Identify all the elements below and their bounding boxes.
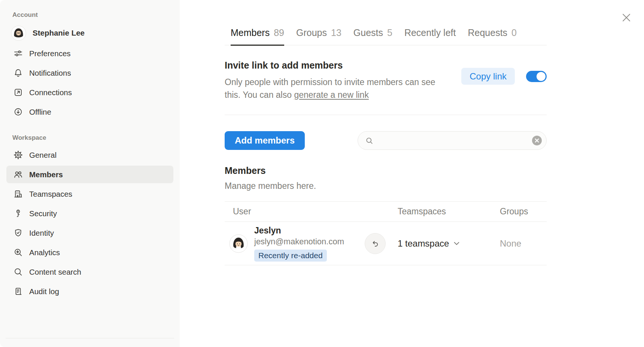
workspace-nav: General Members Teamspaces Security [6,146,173,300]
tab-label: Recently left [404,27,456,38]
download-circle-icon [12,106,24,118]
sidebar-item-label: General [29,151,57,160]
members-content: Members 89 Groups 13 Guests 5 Recently l… [225,0,547,265]
column-teamspaces: Teamspaces [398,206,500,217]
invite-link-toggle[interactable] [526,71,547,82]
sidebar-item-identity[interactable]: Identity [6,224,173,242]
scroll-icon [12,286,24,297]
tab-count: 13 [331,27,341,38]
toggle-knob [537,72,546,81]
members-subtitle: Manage members here. [225,181,547,191]
sidebar-item-preferences[interactable]: Preferences [6,45,173,62]
settings-dialog: Account Stephanie Lee Preferences [0,0,644,347]
teamspaces-dropdown[interactable]: 1 teamspace [398,238,500,249]
tab-label: Groups [296,27,327,38]
search-icon [365,136,374,145]
undo-icon [370,239,380,248]
sidebar-item-label: Members [29,170,63,179]
tab-count: 89 [274,27,284,38]
column-groups: Groups [500,206,547,217]
sidebar-item-members[interactable]: Members [6,166,173,183]
undo-button[interactable] [365,233,386,254]
status-badge: Recently re-added [254,250,327,262]
sidebar-item-label: Preferences [29,49,71,58]
member-email: jeslyn@makenotion.com [254,237,344,247]
sidebar-item-label: Notifications [29,69,71,78]
member-search[interactable] [358,131,547,150]
sidebar-item-label: Teamspaces [29,190,72,199]
sidebar-item-connections[interactable]: Connections [6,84,173,101]
section-divider [225,115,547,115]
tab-label: Members [231,27,270,38]
sidebar-item-label: Connections [29,88,72,97]
workspace-section-label: Workspace [12,134,173,142]
clear-circle-icon [532,135,542,146]
sidebar-item-label: Identity [29,229,54,238]
account-nav: Stephanie Lee Preferences Notifications … [6,23,173,121]
tab-groups[interactable]: Groups 13 [296,27,341,46]
user-cell: Jeslyn jeslyn@makenotion.com Recently re… [229,226,398,262]
sidebar-item-label: Stephanie Lee [33,28,85,37]
sidebar-item-label: Security [29,209,57,218]
sidebar-item-analytics[interactable]: Analytics [6,244,173,261]
sidebar-item-label: Offline [29,108,51,117]
people-icon [12,169,24,180]
user-info: Jeslyn jeslyn@makenotion.com Recently re… [254,226,344,262]
generate-new-link[interactable]: generate a new link [294,90,368,100]
search-input[interactable] [379,135,527,146]
tab-label: Guests [353,27,383,38]
sidebar-item-general[interactable]: General [6,146,173,164]
settings-sidebar: Account Stephanie Lee Preferences [0,0,180,347]
close-button[interactable] [621,12,632,23]
tab-members[interactable]: Members 89 [231,27,284,46]
sidebar-item-notifications[interactable]: Notifications [6,64,173,82]
tab-bar: Members 89 Groups 13 Guests 5 Recently l… [225,27,547,45]
stephanie-avatar [11,25,26,41]
member-row: Jeslyn jeslyn@makenotion.com Recently re… [225,222,547,265]
close-icon [622,13,631,22]
members-heading: Members [225,165,547,176]
sidebar-item-teamspaces[interactable]: Teamspaces [6,185,173,203]
sidebar-item-label: Analytics [29,248,60,257]
jeslyn-avatar [229,234,248,253]
members-actions-row: Add members [225,131,547,150]
members-table-header: User Teamspaces Groups [225,201,547,222]
gear-icon [12,150,24,161]
members-table: User Teamspaces Groups [225,201,547,265]
chevron-down-icon [454,242,459,245]
invite-link-actions: Copy link [461,68,547,85]
add-members-button[interactable]: Add members [225,131,305,150]
sidebar-item-offline[interactable]: Offline [6,103,173,121]
sidebar-item-audit-log[interactable]: Audit log [6,283,173,300]
bell-icon [12,67,24,79]
member-name: Jeslyn [254,226,344,236]
building-icon [12,188,24,200]
column-user: User [233,206,398,217]
tab-recently-left[interactable]: Recently left [404,27,456,46]
account-section-label: Account [12,11,173,19]
sidebar-item-security[interactable]: Security [6,205,173,222]
invite-link-description: Only people with permission to invite me… [225,76,440,101]
members-settings-panel: Members 89 Groups 13 Guests 5 Recently l… [180,0,644,347]
sidebar-item-label: Content search [29,268,81,277]
sidebar-item-content-search[interactable]: Content search [6,263,173,281]
sliders-icon [12,48,24,59]
clear-search-button[interactable] [532,135,542,146]
copy-link-button[interactable]: Copy link [461,68,515,85]
invite-link-text: Invite link to add members Only people w… [225,60,440,101]
tab-requests[interactable]: Requests 0 [468,27,517,46]
tab-guests[interactable]: Guests 5 [353,27,392,46]
sidebar-bottom-divider [6,338,174,338]
shield-check-icon [12,227,24,239]
magnifier-sparkle-icon [12,247,24,258]
invite-link-section: Invite link to add members Only people w… [225,60,547,101]
tab-count: 0 [511,27,517,38]
teamspaces-value: 1 teamspace [398,238,449,249]
groups-value: None [500,238,547,249]
invite-link-title: Invite link to add members [225,60,440,71]
arrow-up-right-square-icon [12,87,24,98]
key-icon [12,208,24,219]
sidebar-item-account-user[interactable]: Stephanie Lee [6,23,173,43]
tab-count: 5 [387,27,392,38]
sidebar-item-label: Audit log [29,287,59,296]
